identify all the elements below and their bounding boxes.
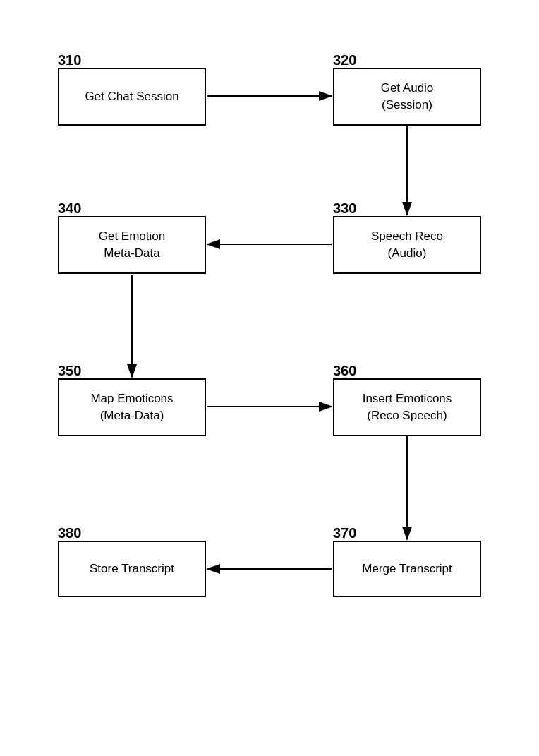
label-370: 370 bbox=[333, 525, 356, 541]
label-380: 380 bbox=[58, 525, 81, 541]
node-330-text: Speech Reco(Audio) bbox=[371, 228, 443, 262]
label-330: 330 bbox=[333, 200, 356, 217]
label-350: 350 bbox=[58, 363, 81, 379]
node-320: Get Audio(Session) bbox=[333, 68, 481, 126]
label-340: 340 bbox=[58, 200, 81, 217]
node-310: Get Chat Session bbox=[58, 68, 206, 126]
label-320: 320 bbox=[333, 52, 356, 68]
node-340: Get EmotionMeta-Data bbox=[58, 216, 206, 274]
node-330: Speech Reco(Audio) bbox=[333, 216, 481, 274]
node-340-text: Get EmotionMeta-Data bbox=[99, 228, 166, 262]
label-310: 310 bbox=[58, 52, 81, 68]
node-370-text: Merge Transcript bbox=[362, 560, 452, 577]
node-350-text: Map Emoticons(Meta-Data) bbox=[90, 390, 173, 424]
label-360: 360 bbox=[333, 363, 356, 379]
node-370: Merge Transcript bbox=[333, 541, 481, 597]
diagram: 310 Get Chat Session 320 Get Audio(Sessi… bbox=[30, 25, 509, 731]
node-380: Store Transcript bbox=[58, 541, 206, 597]
node-360-text: Insert Emoticons(Reco Speech) bbox=[363, 390, 452, 424]
node-320-text: Get Audio(Session) bbox=[381, 80, 434, 114]
node-350: Map Emoticons(Meta-Data) bbox=[58, 378, 206, 436]
node-360: Insert Emoticons(Reco Speech) bbox=[333, 378, 481, 436]
node-380-text: Store Transcript bbox=[90, 560, 174, 577]
node-310-text: Get Chat Session bbox=[85, 88, 178, 105]
